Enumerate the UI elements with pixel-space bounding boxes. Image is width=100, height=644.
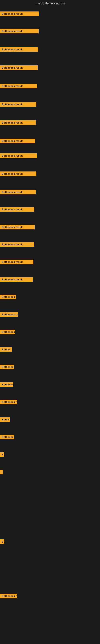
bottleneck-item: Bottleneck result [0,12,39,16]
bottleneck-item: Bottleneck result [0,84,37,88]
bottleneck-item: Bottleneck result [0,260,33,264]
bottleneck-item: Bottle [0,417,10,422]
bottleneck-item: Bottleneck r [0,400,17,404]
bottleneck-item: Bottleneck result [0,277,33,282]
site-title: TheBottlenecker.com [0,0,100,7]
bottleneck-item: Bottleneck r [0,295,16,299]
bottleneck-item: Bo [0,539,4,544]
bottleneck-item: Bottleneck result [0,139,35,143]
bottleneck-item: B [0,452,4,457]
bottleneck-item: Bottleneck result [0,29,39,34]
bottleneck-item: Bottleneck result [0,172,36,176]
bottleneck-item: Bottleneck [0,365,14,369]
bottleneck-item: Bottleneck result [0,225,35,230]
bottleneck-item: Bottleneck result [0,47,38,52]
bottleneck-item: Bottlen [0,347,12,352]
bottleneck-item: | [0,470,3,474]
bottleneck-item: Bottleneck result [0,102,36,107]
bottleneck-item: Bottleneck result [0,153,37,158]
bottleneck-item: Bottleneck res [0,312,18,317]
bottleneck-item: Bottleneck result [0,66,38,70]
bottleneck-item: Bottleneck result [0,190,36,194]
bottleneck-item: Bottlenec [0,382,13,387]
bottleneck-item: Bottleneck [0,330,15,334]
bottleneck-item: Bottleneck result [0,207,34,212]
bottleneck-item: Bottleneck [0,435,14,439]
bottleneck-item: Bottleneck r [0,594,17,598]
bottleneck-item: Bottleneck result [0,242,34,247]
bottleneck-item: Bottleneck result [0,120,36,125]
